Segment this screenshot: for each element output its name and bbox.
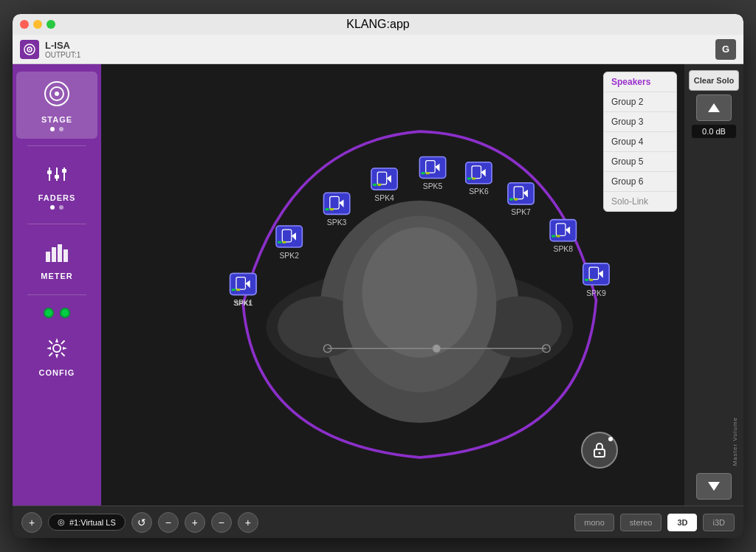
- svg-rect-77: [551, 235, 555, 237]
- stage-area: 🔊 SPK1 SPK1: [101, 64, 684, 506]
- svg-rect-42: [282, 241, 286, 244]
- svg-text:SPK7: SPK7: [511, 208, 531, 216]
- faders-icon: [44, 160, 70, 190]
- status-dots: [44, 308, 70, 318]
- svg-point-16: [53, 345, 61, 352]
- faders-label: FADERS: [38, 193, 76, 202]
- sidebar-item-stage[interactable]: STAGE: [16, 72, 97, 139]
- svg-rect-44: [323, 193, 349, 214]
- status-dot-2: [60, 308, 70, 318]
- svg-rect-13: [52, 247, 56, 262]
- header-right-button[interactable]: G: [715, 39, 736, 60]
- sidebar-item-config[interactable]: CONFIG: [16, 328, 97, 384]
- bottom-toolbar: + ◎ #1:Virtual LS ↺ − + − + mono stereo …: [13, 506, 743, 538]
- svg-text:SPK4: SPK4: [374, 194, 394, 202]
- svg-marker-90: [708, 482, 720, 491]
- master-volume-label: Master Volume: [732, 417, 738, 466]
- virtual-ls-label: #1:Virtual LS: [69, 518, 116, 527]
- spk6-icon[interactable]: SPK6: [466, 162, 492, 196]
- svg-rect-41: [278, 241, 281, 244]
- i3d-mode-button[interactable]: i3D: [703, 514, 735, 531]
- spk9-icon[interactable]: SPK9: [583, 263, 609, 297]
- close-button[interactable]: [20, 20, 29, 29]
- solo-link-btn[interactable]: Solo-Link: [604, 192, 676, 211]
- speaker-panel: Speakers Group 2 Group 3 Group 4 Group 5…: [603, 72, 677, 212]
- svg-text:SPK6: SPK6: [469, 187, 489, 196]
- minimize-button[interactable]: [33, 20, 42, 29]
- spk8-icon[interactable]: SPK8: [550, 220, 576, 254]
- virtual-ls-display[interactable]: ◎ #1:Virtual LS: [48, 514, 126, 531]
- sidebar-divider-3: [27, 294, 86, 295]
- rewind-button[interactable]: ↺: [131, 512, 152, 533]
- svg-rect-62: [466, 162, 492, 184]
- svg-rect-50: [371, 168, 397, 190]
- stage-label: STAGE: [41, 115, 72, 124]
- svg-text:SPK1: SPK1: [233, 299, 253, 307]
- minus-button[interactable]: −: [211, 512, 232, 533]
- group3-btn[interactable]: Group 3: [604, 112, 676, 132]
- svg-rect-53: [373, 184, 377, 186]
- group4-btn[interactable]: Group 4: [604, 132, 676, 152]
- spk5-icon[interactable]: SPK5: [419, 156, 445, 190]
- svg-rect-15: [63, 249, 68, 262]
- svg-point-22: [362, 227, 477, 358]
- svg-rect-56: [419, 156, 445, 178]
- add-button[interactable]: +: [21, 512, 42, 533]
- svg-rect-71: [509, 199, 513, 201]
- svg-rect-84: [589, 279, 593, 281]
- plus-button[interactable]: +: [238, 512, 258, 533]
- spk1-icon: SPK1: [230, 273, 256, 307]
- svg-rect-59: [421, 172, 425, 174]
- svg-rect-54: [377, 184, 381, 186]
- speakers-btn[interactable]: Speakers: [604, 72, 676, 92]
- svg-rect-36: [236, 289, 240, 291]
- svg-rect-74: [550, 220, 576, 241]
- clear-solo-button[interactable]: Clear Solo: [689, 70, 739, 91]
- svg-rect-72: [514, 199, 518, 201]
- config-label: CONFIG: [39, 368, 75, 377]
- svg-text:+: +: [712, 106, 716, 112]
- spk3-icon[interactable]: SPK3: [323, 193, 349, 227]
- sidebar-divider-2: [27, 224, 86, 224]
- sidebar-item-faders[interactable]: FADERS: [16, 153, 97, 217]
- volume-down-button[interactable]: [696, 473, 732, 500]
- svg-rect-12: [46, 252, 50, 262]
- sidebar-item-meter[interactable]: METER: [16, 231, 97, 288]
- svg-rect-32: [230, 273, 256, 294]
- svg-rect-35: [232, 289, 236, 291]
- stereo-mode-button[interactable]: stereo: [620, 514, 662, 531]
- config-icon: [44, 335, 70, 365]
- svg-text:SPK5: SPK5: [423, 182, 443, 190]
- svg-rect-7: [47, 170, 52, 174]
- maximize-button[interactable]: [47, 20, 55, 29]
- app-name-block: L-ISA OUTPUT:1: [45, 40, 80, 59]
- lock-button[interactable]: [581, 432, 618, 469]
- svg-text:SPK3: SPK3: [327, 218, 347, 227]
- prev-button[interactable]: −: [158, 512, 179, 533]
- spk2-icon[interactable]: SPK2: [276, 226, 302, 260]
- spk4-icon[interactable]: SPK4: [371, 168, 397, 202]
- faders-dots: [50, 205, 63, 210]
- meter-icon: [44, 238, 70, 269]
- 3d-mode-button[interactable]: 3D: [667, 514, 697, 531]
- group5-btn[interactable]: Group 5: [604, 152, 676, 172]
- svg-point-87: [599, 452, 601, 455]
- sidebar: STAGE: [13, 64, 101, 506]
- main-layout: STAGE: [13, 64, 743, 506]
- svg-rect-48: [330, 208, 334, 210]
- svg-rect-14: [58, 244, 62, 262]
- stage-icon: [42, 79, 72, 112]
- mono-mode-button[interactable]: mono: [574, 514, 614, 531]
- group6-btn[interactable]: Group 6: [604, 172, 676, 192]
- title-bar: KLANG:app: [13, 14, 743, 35]
- db-display: 0.0 dB: [692, 125, 736, 138]
- group2-btn[interactable]: Group 2: [604, 92, 676, 112]
- next-button[interactable]: +: [185, 512, 205, 533]
- svg-text:SPK9: SPK9: [586, 289, 606, 297]
- svg-point-5: [55, 92, 59, 96]
- spk7-icon[interactable]: SPK7: [508, 183, 534, 217]
- app-logo: L-ISA OUTPUT:1: [20, 40, 80, 59]
- volume-up-button[interactable]: +: [696, 94, 732, 121]
- svg-text:SPK8: SPK8: [553, 245, 573, 253]
- svg-rect-65: [467, 177, 471, 179]
